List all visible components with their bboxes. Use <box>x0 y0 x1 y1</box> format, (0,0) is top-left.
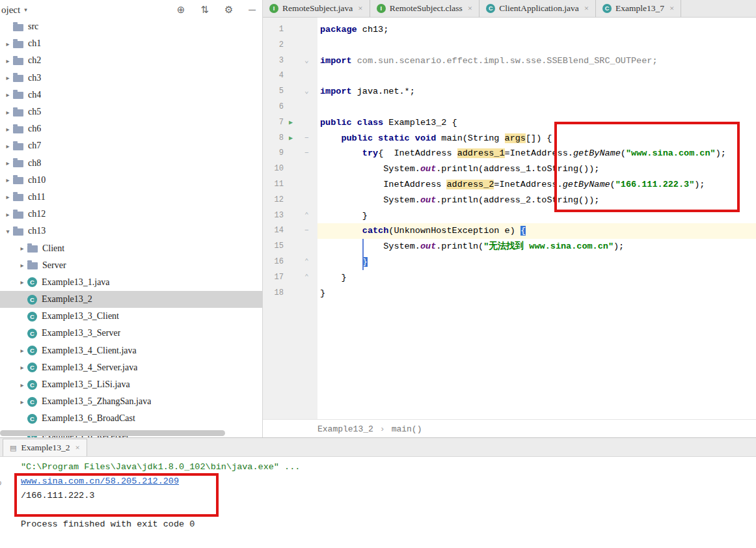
chevron-right-icon[interactable]: ▸ <box>17 364 27 371</box>
tree-item-example13-1-java[interactable]: ▸CExample13_1.java <box>0 274 262 291</box>
hide-panel-icon[interactable]: ─ <box>249 4 256 15</box>
tree-item-example13-4-server-java[interactable]: ▸CExample13_4_Server.java <box>0 359 262 376</box>
tree-item-src[interactable]: src <box>0 18 262 35</box>
horizontal-scrollbar[interactable] <box>0 430 225 436</box>
tree-item-label: ch5 <box>28 107 41 117</box>
tree-item-example13-5-zhangsan-java[interactable]: ▸CExample13_5_ZhangSan.java <box>0 393 262 410</box>
indent-guide <box>362 239 364 270</box>
line-number: 16 <box>263 254 284 270</box>
chevron-right-icon[interactable]: ▸ <box>17 279 27 286</box>
tree-item-ch12[interactable]: ▸ch12 <box>0 206 262 223</box>
folder-icon <box>13 24 23 31</box>
fold-icon[interactable]: ⌃ <box>304 270 309 286</box>
class-icon: C <box>602 4 612 13</box>
close-icon[interactable]: × <box>358 3 362 14</box>
chevron-right-icon[interactable]: ▸ <box>3 91 13 98</box>
chevron-right-icon[interactable]: ▸ <box>17 347 27 354</box>
tree-item-example13-5-lisi-java[interactable]: ▸CExample13_5_LiSi.java <box>0 376 262 393</box>
tree-item-ch2[interactable]: ▸ch2 <box>0 52 262 69</box>
stop-icon[interactable]: ■ <box>0 496 12 506</box>
fold-icon[interactable]: ⌄ <box>304 84 309 100</box>
tree-item-ch1[interactable]: ▸ch1 <box>0 35 262 52</box>
chevron-right-icon[interactable]: ▸ <box>3 159 13 167</box>
editor-tab-remotesubject-java[interactable]: IRemoteSubject.java× <box>263 0 370 17</box>
locate-icon[interactable]: ⊕ <box>177 4 185 15</box>
tree-item-client[interactable]: ▸Client <box>0 240 262 256</box>
tree-item-label: Server <box>42 260 66 271</box>
tree-item-ch5[interactable]: ▸ch5 <box>0 103 262 120</box>
tree-item-server[interactable]: ▸Server <box>0 257 262 274</box>
console-link[interactable]: www.sina.com.cn/58.205.212.209 <box>21 474 756 489</box>
code-line-11: 11 InetAddress address_2=InetAddress.get… <box>263 177 756 193</box>
tree-item-ch6[interactable]: ▸ch6 <box>0 120 262 137</box>
tab-label: RemoteSubject.class <box>390 3 463 14</box>
chevron-right-icon[interactable]: ▸ <box>17 262 27 269</box>
chevron-right-icon[interactable]: ▸ <box>3 143 13 150</box>
breadcrumb-separator: › <box>380 424 385 434</box>
tree-item-example13-4-client-java[interactable]: ▸CExample13_4_Client.java <box>0 342 262 359</box>
chevron-right-icon[interactable]: ▸ <box>3 40 13 48</box>
fold-icon[interactable]: − <box>304 223 309 239</box>
folder-icon <box>27 245 38 253</box>
breadcrumb-item[interactable]: Example13_2 <box>317 424 373 434</box>
tree-item-example13-2[interactable]: CExample13_2 <box>0 291 262 308</box>
chevron-down-icon[interactable]: ▾ <box>3 228 13 235</box>
tree-item-ch13[interactable]: ▾ch13 <box>0 223 262 240</box>
chevron-down-icon[interactable]: ▾ <box>24 7 27 13</box>
tree-item-label: Example13_4_Client.java <box>42 346 137 356</box>
fold-icon[interactable]: − <box>304 146 309 161</box>
folder-icon <box>13 228 23 236</box>
fold-icon[interactable]: ⌃ <box>304 208 309 224</box>
chevron-right-icon[interactable]: ▸ <box>17 381 27 389</box>
chevron-right-icon[interactable]: ▸ <box>3 126 13 133</box>
chevron-right-icon[interactable]: ▸ <box>17 398 27 405</box>
tree-item-ch8[interactable]: ▸ch8 <box>0 155 262 172</box>
code-area[interactable]: 1package ch13;23⌄import com.sun.scenario… <box>263 18 756 419</box>
code-line-5: 5⌄import java.net.*; <box>263 84 756 100</box>
chevron-right-icon[interactable]: ▸ <box>3 211 13 218</box>
interface-icon: I <box>377 4 386 13</box>
chevron-right-icon[interactable]: ▸ <box>3 176 13 184</box>
tree-item-ch3[interactable]: ▸ch3 <box>0 70 262 87</box>
close-icon[interactable]: × <box>669 3 674 14</box>
fold-icon[interactable]: ⌃ <box>304 254 309 270</box>
fold-icon[interactable]: − <box>304 131 309 146</box>
run-icon[interactable]: ▶ <box>289 131 293 146</box>
menu-icon[interactable]: ≡ <box>0 514 12 523</box>
tree-item-label: Example13_5_LiSi.java <box>42 379 130 390</box>
close-icon[interactable]: × <box>468 3 472 14</box>
fold-icon[interactable]: ⌄ <box>304 53 309 69</box>
close-icon[interactable]: × <box>584 3 589 14</box>
collapse-all-icon[interactable]: ⇅ <box>200 4 209 15</box>
chevron-right-icon[interactable]: ▸ <box>3 193 13 200</box>
settings-gear-icon[interactable]: ⚙ <box>224 4 233 15</box>
tree-item-ch4[interactable]: ▸ch4 <box>0 87 262 103</box>
folder-icon <box>13 194 23 201</box>
rerun-icon[interactable]: ↻ <box>0 478 12 488</box>
chevron-right-icon[interactable]: ▸ <box>3 109 13 116</box>
scroll-up-icon[interactable]: ↑ <box>0 461 12 471</box>
editor-tab-example13-7[interactable]: CExample13_7× <box>596 0 681 17</box>
run-icon[interactable]: ▶ <box>289 115 293 131</box>
editor-tab-clientapplication-java[interactable]: CClientApplication.java× <box>479 0 596 17</box>
folder-icon <box>27 262 38 269</box>
project-tree: src▸ch1▸ch2▸ch3▸ch4▸ch5▸ch6▸ch7▸ch8▸ch10… <box>0 18 262 437</box>
editor-tab-remotesubject-class[interactable]: IRemoteSubject.class× <box>370 0 479 17</box>
folder-icon <box>13 58 23 65</box>
chevron-right-icon[interactable]: ▸ <box>3 57 13 64</box>
tree-item-example13-6-broadcast[interactable]: CExample13_6_BroadCast <box>0 410 262 427</box>
close-icon[interactable]: × <box>75 443 79 453</box>
tree-item-ch7[interactable]: ▸ch7 <box>0 137 262 154</box>
tree-item-label: ch1 <box>28 38 41 49</box>
tree-item-example13-3-server[interactable]: CExample13_3_Server <box>0 325 262 342</box>
tree-item-ch11[interactable]: ▸ch11 <box>0 189 262 206</box>
chevron-right-icon[interactable]: ▸ <box>17 245 27 252</box>
tree-item-example13-3-client[interactable]: CExample13_3_Client <box>0 308 262 325</box>
tree-item-ch10[interactable]: ▸ch10 <box>0 172 262 189</box>
console-output[interactable]: "C:\Program Files\Java\jdk1.8.0_102\bin\… <box>12 460 756 532</box>
line-number: 11 <box>263 177 284 193</box>
editor-panel[interactable]: IRemoteSubject.java×IRemoteSubject.class… <box>263 0 756 419</box>
chevron-right-icon[interactable]: ▸ <box>3 74 13 81</box>
breadcrumb-item[interactable]: main() <box>392 424 422 434</box>
console-tab[interactable]: ▤ Example13_2 × <box>3 439 87 456</box>
